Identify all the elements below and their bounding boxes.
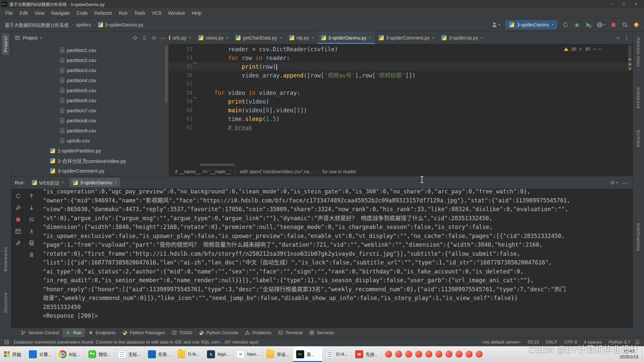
- status-message[interactable]: Database connection parameters found: Co…: [14, 340, 259, 345]
- editor-tab[interactable]: 3-spiderUp.py×: [438, 32, 487, 44]
- console-output-line[interactable]: "is_cooperation":0,"ugc_pay_preview":0,"…: [43, 189, 629, 196]
- close-tab-icon[interactable]: ×: [369, 35, 372, 40]
- taskbar-app-button[interactable]: B站...: [55, 346, 85, 362]
- run-console[interactable]: "is_cooperation":0,"ugc_pay_preview":0,"…: [38, 189, 633, 328]
- close-tab-icon[interactable]: ×: [432, 35, 435, 40]
- console-output-line[interactable]: "rotate":0},"first_frame":"http://i1.hds…: [43, 249, 629, 258]
- close-tab-icon[interactable]: ×: [279, 35, 282, 40]
- console-output-line[interactable]: <Response [200]>: [43, 311, 629, 320]
- close-button[interactable]: ×: [630, 2, 642, 6]
- editor-hscrollbar-thumb[interactable]: [200, 164, 235, 166]
- status-bar-widget[interactable]: UTF-8: [564, 340, 577, 345]
- close-tab-icon[interactable]: ×: [226, 35, 229, 40]
- project-panel-title[interactable]: Project: [23, 35, 38, 41]
- close-tab-icon[interactable]: ×: [115, 180, 117, 185]
- taskbar-red-app-icon[interactable]: [466, 351, 473, 358]
- taskbar-red-app-icon[interactable]: [415, 351, 422, 358]
- tool-window-switcher-icon[interactable]: [4, 340, 9, 345]
- status-bar-widget[interactable]: 55:23: [528, 340, 539, 345]
- minimize-button[interactable]: –: [606, 2, 618, 6]
- taskbar-red-app-icon[interactable]: [445, 351, 452, 358]
- tool-window-button-python-console[interactable]: Python Console: [196, 328, 241, 337]
- notifications-bell-icon[interactable]: [635, 340, 640, 345]
- show-desktop-button[interactable]: [642, 346, 644, 362]
- project-tree-item[interactable]: 2-合并分区为combineVideo.py: [11, 156, 169, 166]
- restore-layout-button[interactable]: [15, 228, 21, 234]
- publish-button[interactable]: ▾: [597, 22, 605, 28]
- console-output-line[interactable]: 28351332450: [43, 303, 629, 312]
- scroll-to-end-button[interactable]: [29, 228, 35, 234]
- menu-item[interactable]: Run: [115, 10, 131, 16]
- taskbar-app-button[interactable]: D:\4...: [322, 346, 352, 362]
- taskbar-app-button[interactable]: PC基...: [293, 346, 322, 362]
- tool-window-stripe-button[interactable]: SciView: [635, 127, 642, 150]
- tool-window-button-version-control[interactable]: Version Control: [17, 328, 62, 337]
- rerun-button[interactable]: [562, 22, 569, 28]
- code-line[interactable]: 61 time.sleep(1.5): [169, 115, 633, 123]
- debug-button[interactable]: [574, 22, 580, 28]
- editor-tab[interactable]: nlp.py×: [286, 32, 318, 44]
- close-tab-icon[interactable]: ×: [189, 35, 191, 40]
- pin-tab-button[interactable]: [15, 240, 21, 246]
- menu-item[interactable]: Help: [188, 10, 205, 16]
- menu-item[interactable]: View: [31, 10, 48, 16]
- tool-window-stripe-button[interactable]: Structure: [2, 290, 9, 316]
- project-tree-item[interactable]: partition5.csv: [11, 85, 169, 95]
- code-text[interactable]: print(row): [199, 62, 277, 71]
- taskbar-red-app-icon[interactable]: [405, 351, 412, 358]
- code-text[interactable]: for row in reader:: [199, 54, 290, 62]
- tool-window-stripe-button[interactable]: Database: [635, 85, 642, 112]
- stop-button[interactable]: [15, 217, 21, 223]
- code-text[interactable]: print(video): [199, 97, 269, 106]
- project-tree-item[interactable]: upInfo.csv: [11, 135, 169, 145]
- menu-item[interactable]: Navigate: [48, 10, 73, 16]
- close-tab-icon[interactable]: ×: [311, 35, 314, 40]
- taskbar-red-app-icon[interactable]: [425, 351, 432, 358]
- menu-item[interactable]: Window: [165, 10, 189, 16]
- tool-window-button-run[interactable]: Run: [62, 328, 85, 337]
- code-line[interactable]: 60 main(video[0],video[1]): [169, 106, 633, 115]
- code-text[interactable]: main(video[0],video[1]): [199, 106, 307, 115]
- project-tree-item[interactable]: partition2.csv: [11, 55, 169, 65]
- editor-breadcrumb-item[interactable]: with open("combineVideo.csv",ne…: [240, 169, 314, 174]
- project-tree-item[interactable]: partition7.csv: [11, 105, 169, 115]
- tool-window-button-problems[interactable]: Problems: [241, 328, 275, 337]
- tool-window-button-terminal[interactable]: Terminal: [275, 328, 306, 337]
- editor-breadcrumb-item[interactable]: if __name__ == '__main__': [175, 169, 231, 174]
- editor-tab[interactable]: urls.py×: [169, 32, 195, 44]
- editor-tab[interactable]: 3-spiderDanmu.py×: [318, 32, 375, 44]
- tool-window-stripe-button[interactable]: Project: [2, 34, 9, 55]
- taskbar-red-app-icon[interactable]: [476, 351, 483, 358]
- taskbar-red-app-icon[interactable]: [395, 351, 402, 358]
- console-output-line[interactable]: "view":865030,"danmaku":4473,"reply":353…: [43, 205, 629, 214]
- editor-tab[interactable]: 3-spiderComment.py×: [375, 32, 438, 44]
- status-bar-widget[interactable]: 4 spaces: [584, 340, 602, 345]
- code-line[interactable]: 59 print(video): [169, 97, 633, 106]
- editor-scrollbar-thumb[interactable]: [628, 45, 632, 69]
- menu-item[interactable]: Refactor: [91, 10, 116, 16]
- console-output-line[interactable]: "owner":{"mid":946974,"name":"影视飓风","fac…: [43, 196, 629, 205]
- console-output-line[interactable]: "list":[{"id":1687787385020047616,"lan":…: [43, 258, 629, 267]
- error-stripe[interactable]: [627, 44, 633, 167]
- rerun-button[interactable]: [15, 193, 21, 199]
- run-tab[interactable]: WEB启动×: [29, 178, 67, 187]
- close-tab-icon[interactable]: ×: [61, 180, 64, 185]
- console-output-line[interactable]: "ai_type":0,"ai_status":2,"author":{"mid…: [43, 267, 629, 276]
- taskbar-red-app-icon[interactable]: [455, 351, 463, 358]
- modify-run-config-icon[interactable]: [15, 205, 21, 211]
- menu-item[interactable]: Edit: [16, 10, 31, 16]
- project-tree-item[interactable]: partition8.csv: [11, 115, 169, 125]
- code-text[interactable]: # break: [199, 123, 252, 132]
- update-button[interactable]: [633, 22, 639, 28]
- print-button[interactable]: [29, 240, 35, 246]
- up-stack-button[interactable]: [29, 193, 35, 199]
- taskbar-app-button[interactable]: D:\b...: [174, 346, 204, 362]
- taskbar-red-app-icon[interactable]: [385, 351, 392, 358]
- taskbar-app-button[interactable]: bbigd...: [204, 346, 233, 362]
- code-line[interactable]: 56 video_array.append([row['视频av号'],row[…: [169, 71, 633, 80]
- project-tree-item[interactable]: partition1.csv: [11, 45, 169, 55]
- code-text[interactable]: time.sleep(1.5): [199, 115, 279, 123]
- taskbar-app-button[interactable]: 毕设...: [263, 346, 293, 362]
- editor-tab[interactable]: views.py×: [195, 32, 232, 44]
- clear-all-button[interactable]: [29, 252, 35, 258]
